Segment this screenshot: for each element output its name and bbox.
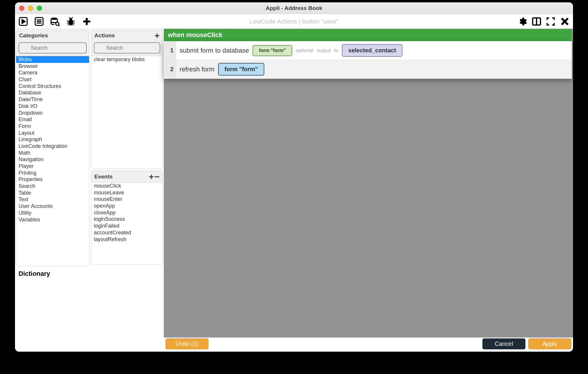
svg-line-11 [73, 21, 75, 21]
event-item[interactable]: mouseClick [91, 183, 163, 189]
undo-button[interactable]: Undo (1) [166, 338, 208, 349]
gear-icon[interactable] [517, 16, 528, 27]
category-item[interactable]: Variables [16, 216, 89, 223]
categories-list[interactable]: BlobsBrowserCameraChartControl Structure… [16, 56, 89, 266]
category-item[interactable]: Blobs [16, 56, 89, 63]
add-event-icon[interactable]: + [149, 174, 154, 179]
zoom-window-button[interactable] [37, 6, 42, 11]
category-item[interactable]: Layout [16, 130, 89, 136]
svg-line-7 [59, 25, 60, 26]
category-item[interactable]: Form [16, 123, 89, 130]
step-number: 2 [164, 60, 176, 79]
app-window: Appli - Address Book LowCode Actions | b… [15, 2, 573, 352]
actions-search-input[interactable] [94, 42, 160, 54]
toolbar-subtitle: LowCode Actions | button "save" [250, 18, 339, 25]
to-label: to [334, 48, 338, 54]
svg-line-17 [72, 17, 73, 18]
action-step[interactable]: 1 submit form to database form "form" op… [164, 41, 572, 60]
event-item[interactable]: layoutRefresh [91, 236, 163, 243]
step-number: 1 [164, 41, 176, 60]
step-text: refresh form [180, 66, 215, 73]
svg-line-14 [68, 24, 69, 25]
step-text: submit form to database [180, 47, 249, 54]
split-view-icon[interactable] [531, 16, 542, 27]
form-param-chip[interactable]: form "form" [218, 63, 264, 76]
category-item[interactable]: Search [16, 183, 89, 190]
category-item[interactable]: Properties [16, 176, 89, 183]
add-action-icon[interactable]: + [154, 33, 160, 38]
category-item[interactable]: Text [16, 196, 89, 203]
actions-panel: Actions + clear temporary blobs [91, 30, 163, 169]
titlebar: Appli - Address Book [15, 2, 573, 14]
categories-column: Categories BlobsBrowserCameraChartContro… [15, 29, 90, 352]
actions-title: Actions [94, 32, 115, 39]
window-title: Appli - Address Book [266, 5, 322, 11]
categories-title: Categories [19, 32, 48, 39]
svg-line-16 [69, 17, 70, 18]
window-controls [19, 6, 42, 11]
category-item[interactable]: LiveCode Integration [16, 143, 89, 150]
events-title: Events [94, 173, 113, 180]
category-item[interactable]: Navigation [16, 156, 89, 163]
category-item[interactable]: Control Structures [16, 83, 89, 90]
toolbar: LowCode Actions | button "save" [15, 14, 573, 29]
category-item[interactable]: Email [16, 116, 89, 123]
categories-search-input[interactable] [19, 42, 87, 54]
category-item[interactable]: Printing [16, 170, 89, 176]
category-item[interactable]: Table [16, 190, 89, 196]
event-item[interactable]: openApp [91, 203, 163, 209]
action-item[interactable]: clear temporary blobs [91, 56, 163, 63]
category-item[interactable]: Camera [16, 69, 89, 76]
fullscreen-icon[interactable] [545, 16, 556, 27]
event-item[interactable]: loginFailed [91, 223, 163, 229]
event-header: when mouseClick [164, 29, 572, 41]
action-steps: 1 submit form to database form "form" op… [164, 41, 572, 79]
category-item[interactable]: Browser [16, 63, 89, 70]
actions-events-column: Actions + clear temporary blobs Events + [90, 29, 164, 352]
output-label: output [317, 48, 330, 54]
category-item[interactable]: Dropdown [16, 110, 89, 116]
svg-line-10 [67, 21, 69, 21]
events-list[interactable]: mouseClickmouseLeavemouseEnteropenAppclo… [91, 182, 163, 265]
footer-bar: Undo (1) Cancel Apply [164, 338, 573, 352]
close-window-button[interactable] [19, 6, 24, 11]
events-panel: Events + − mouseClickmouseLeavemouseEnte… [91, 171, 163, 265]
categories-panel: Categories BlobsBrowserCameraChartContro… [16, 30, 89, 266]
event-item[interactable]: mouseEnter [91, 196, 163, 203]
database-icon[interactable] [50, 16, 60, 27]
dictionary-title: Dictionary [15, 267, 90, 280]
apply-button[interactable]: Apply [528, 338, 571, 349]
minimize-window-button[interactable] [28, 6, 33, 11]
form-param-chip[interactable]: form "form" [253, 45, 292, 56]
optional-label: optional [296, 48, 313, 54]
close-icon[interactable] [559, 16, 570, 27]
play-icon[interactable] [18, 16, 29, 27]
event-item[interactable]: mouseLeave [91, 189, 163, 196]
actions-list[interactable]: clear temporary blobs [91, 56, 163, 169]
content-area: Categories BlobsBrowserCameraChartContro… [15, 29, 573, 352]
category-item[interactable]: Utility [16, 210, 89, 216]
event-item[interactable]: closeApp [91, 209, 163, 216]
category-item[interactable]: Database [16, 89, 89, 96]
category-item[interactable]: User Accounts [16, 203, 89, 210]
category-item[interactable]: Chart [16, 76, 89, 83]
svg-line-15 [73, 24, 74, 25]
output-param-chip[interactable]: selected_contact [342, 44, 402, 57]
svg-point-6 [56, 22, 59, 25]
editor-column: when mouseClick 1 submit form to databas… [164, 29, 573, 352]
category-item[interactable]: Math [16, 150, 89, 156]
list-icon[interactable] [34, 16, 44, 27]
remove-event-icon[interactable]: − [154, 174, 160, 179]
action-step[interactable]: 2 refresh form form "form" [164, 60, 572, 79]
event-item[interactable]: accountCreated [91, 229, 163, 236]
category-item[interactable]: Disk I/O [16, 103, 89, 110]
category-item[interactable]: Date/Time [16, 96, 89, 103]
category-item[interactable]: Linegraph [16, 136, 89, 143]
add-icon[interactable] [81, 16, 92, 27]
svg-point-5 [51, 17, 57, 20]
category-item[interactable]: Player [16, 163, 89, 170]
bug-icon[interactable] [66, 16, 76, 27]
event-item[interactable]: loginSuccess [91, 216, 163, 223]
cancel-button[interactable]: Cancel [482, 338, 525, 349]
